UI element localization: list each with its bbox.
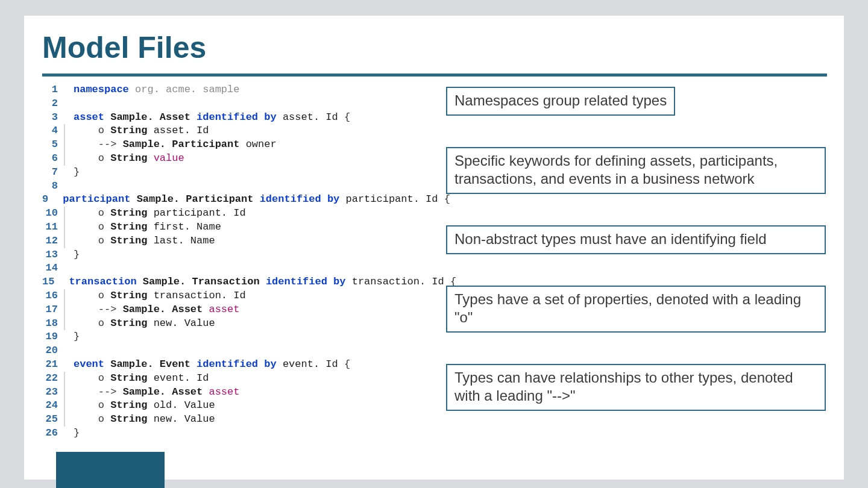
line-number: 19 <box>42 330 64 344</box>
indent-guide <box>64 358 65 372</box>
line-number: 16 <box>42 289 64 303</box>
code-text: o String transaction. Id <box>74 289 246 303</box>
code-line: 12 o String last. Name <box>42 234 428 248</box>
code-text <box>74 180 80 193</box>
code-line: 3asset Sample. Asset identified by asset… <box>42 111 428 125</box>
code-text: --> Sample. Asset asset <box>74 386 239 399</box>
code-line: 16 o String transaction. Id <box>42 289 428 303</box>
indent-guide <box>64 399 65 413</box>
code-text: o String event. Id <box>74 372 209 386</box>
indent-guide <box>64 221 65 234</box>
code-line: 13} <box>42 248 428 262</box>
slide-title: Model Files <box>42 30 206 65</box>
code-line: 1namespace org. acme. sample <box>42 83 428 97</box>
code-line: 8 <box>42 180 428 193</box>
line-number: 9 <box>42 193 54 207</box>
indent-guide <box>64 180 65 193</box>
indent-guide <box>64 330 65 344</box>
code-text: asset Sample. Asset identified by asset.… <box>74 111 350 125</box>
code-line: 25 o String new. Value <box>42 413 428 427</box>
callout-box: Namespaces group related types <box>446 87 675 116</box>
indent-guide <box>64 97 65 111</box>
code-text: o String last. Name <box>74 234 215 248</box>
code-text <box>74 97 80 111</box>
indent-guide <box>64 207 65 221</box>
code-block: 1namespace org. acme. sample2 3asset Sam… <box>42 83 428 440</box>
line-number: 3 <box>42 111 64 125</box>
code-text: transaction Sample. Transaction identifi… <box>69 275 456 289</box>
indent-guide <box>64 413 65 427</box>
line-number: 14 <box>42 261 64 275</box>
indent-guide <box>64 234 65 248</box>
code-line: 5 --> Sample. Participant owner <box>42 138 428 152</box>
line-number: 21 <box>42 358 64 372</box>
indent-guide <box>64 289 65 303</box>
code-text: --> Sample. Participant owner <box>74 138 277 152</box>
code-line: 26} <box>42 427 428 440</box>
slide: Model Files 1namespace org. acme. sample… <box>24 16 844 480</box>
code-text <box>74 261 80 275</box>
line-number: 18 <box>42 317 64 331</box>
code-text: } <box>74 330 80 344</box>
line-number: 2 <box>42 97 64 111</box>
code-line: 18 o String new. Value <box>42 317 428 331</box>
footer-accent <box>56 452 165 488</box>
indent-guide <box>64 372 65 386</box>
indent-guide <box>64 152 65 166</box>
line-number: 8 <box>42 180 64 193</box>
code-text: event Sample. Event identified by event.… <box>74 358 350 372</box>
code-line: 11 o String first. Name <box>42 221 428 234</box>
code-text <box>74 344 80 358</box>
code-text: o String participant. Id <box>74 207 246 221</box>
line-number: 10 <box>42 207 64 221</box>
code-text: namespace org. acme. sample <box>74 83 239 97</box>
line-number: 26 <box>42 427 64 440</box>
indent-guide <box>64 111 65 125</box>
code-line: 24 o String old. Value <box>42 399 428 413</box>
line-number: 22 <box>42 372 64 386</box>
line-number: 12 <box>42 234 64 248</box>
line-number: 20 <box>42 344 64 358</box>
callout-box: Specific keywords for defining assets, p… <box>446 147 826 194</box>
code-line: 22 o String event. Id <box>42 372 428 386</box>
code-line: 21event Sample. Event identified by even… <box>42 358 428 372</box>
code-text: } <box>74 427 80 440</box>
title-rule <box>42 74 827 77</box>
line-number: 1 <box>42 83 64 97</box>
code-text: } <box>74 248 80 262</box>
code-text: o String first. Name <box>74 221 221 234</box>
indent-guide <box>64 166 65 180</box>
line-number: 24 <box>42 399 64 413</box>
indent-guide <box>64 317 65 331</box>
code-line: 20 <box>42 344 428 358</box>
indent-guide <box>64 138 65 152</box>
indent-guide <box>64 124 65 138</box>
code-line: 19} <box>42 330 428 344</box>
callout-box: Types can have relationships to other ty… <box>446 364 826 411</box>
code-text: o String value <box>74 152 184 166</box>
code-text: } <box>74 166 80 180</box>
line-number: 17 <box>42 303 64 317</box>
code-text: o String new. Value <box>74 317 215 331</box>
code-line: 14 <box>42 261 428 275</box>
code-line: 9participant Sample. Participant identif… <box>42 193 428 207</box>
code-line: 23 --> Sample. Asset asset <box>42 386 428 399</box>
callouts: Namespaces group related typesSpecific k… <box>446 87 826 442</box>
code-text: o String asset. Id <box>74 124 209 138</box>
callout-box: Types have a set of properties, denoted … <box>446 286 826 333</box>
code-text: o String new. Value <box>74 413 215 427</box>
code-text: --> Sample. Asset asset <box>74 303 239 317</box>
code-line: 15transaction Sample. Transaction identi… <box>42 275 428 289</box>
indent-guide <box>64 386 65 399</box>
line-number: 5 <box>42 138 64 152</box>
indent-guide <box>64 83 65 97</box>
line-number: 7 <box>42 166 64 180</box>
line-number: 23 <box>42 386 64 399</box>
code-line: 7} <box>42 166 428 180</box>
indent-guide <box>64 248 65 262</box>
code-line: 10 o String participant. Id <box>42 207 428 221</box>
code-line: 2 <box>42 97 428 111</box>
line-number: 6 <box>42 152 64 166</box>
indent-guide <box>64 427 65 440</box>
line-number: 25 <box>42 413 64 427</box>
